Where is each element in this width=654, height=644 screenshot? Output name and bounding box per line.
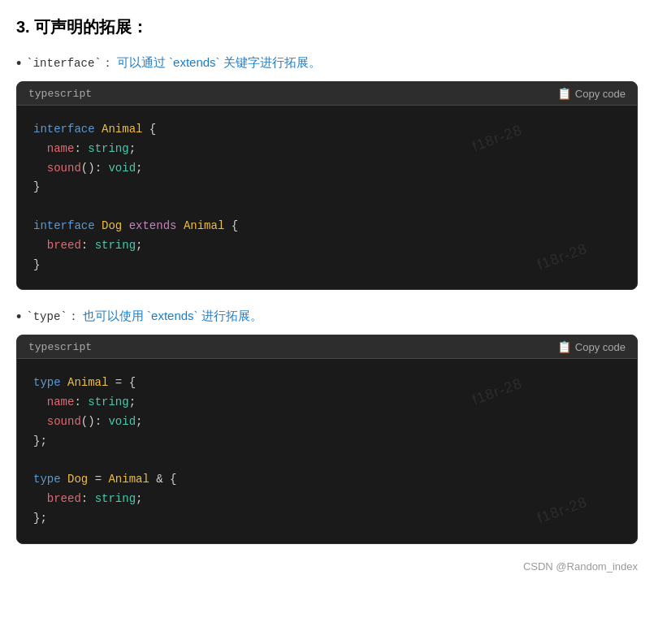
code-line-2-4: };: [33, 432, 621, 452]
bullet1-description: 可以通过 `extends` 关键字进行拓展。: [117, 55, 321, 69]
code-line-1-3: sound(): void;: [33, 159, 621, 179]
copy-label-1: Copy code: [575, 88, 626, 100]
bullet2-code-label: `type`: [26, 310, 67, 323]
copy-label-2: Copy code: [575, 341, 626, 353]
code-block-2: typescript 📋 Copy code f18r-28 f18r-28 t…: [16, 335, 638, 543]
code-line-2-6: type Dog = Animal & {: [33, 470, 621, 490]
code-lang-2: typescript: [28, 341, 92, 353]
section-title: 3. 可声明的拓展：: [16, 16, 638, 38]
copy-icon-1: 📋: [557, 87, 571, 100]
bullet-text-2: `type`： 也可以使用 `extends` 进行拓展。: [26, 306, 262, 326]
code-line-1-7: breed: string;: [33, 236, 621, 256]
bullet-dot-2: •: [16, 306, 21, 328]
code-line-2-5: [33, 452, 621, 471]
code-line-2-3: sound(): void;: [33, 413, 621, 432]
bullet2-colon: ：: [67, 309, 80, 322]
code-body-2: f18r-28 f18r-28 type Animal = { name: st…: [17, 359, 637, 542]
csdn-credit: CSDN @Random_index: [16, 560, 638, 573]
copy-icon-2: 📋: [557, 340, 571, 353]
bullet-item-2: • `type`： 也可以使用 `extends` 进行拓展。: [16, 306, 638, 328]
code-line-1-8: }: [33, 256, 621, 275]
code-lang-1: typescript: [28, 88, 92, 100]
code-line-2-7: breed: string;: [33, 490, 621, 509]
code-header-1: typescript 📋 Copy code: [17, 82, 637, 106]
bullet2-description: 也可以使用 `extends` 进行拓展。: [83, 309, 262, 322]
bullet-text-1: `interface`： 可以通过 `extends` 关键字进行拓展。: [26, 53, 320, 72]
code-line-2-2: name: string;: [33, 393, 621, 413]
bullet-item-1: • `interface`： 可以通过 `extends` 关键字进行拓展。: [16, 53, 638, 75]
bullet1-code-label: `interface`: [26, 57, 101, 70]
code-block-1: typescript 📋 Copy code f18r-28 f18r-28 i…: [16, 81, 638, 290]
code-body-1: f18r-28 f18r-28 interface Animal { name:…: [17, 106, 637, 289]
code-line-1-5: [33, 197, 621, 217]
code-line-2-8: };: [33, 509, 621, 529]
copy-button-2[interactable]: 📋 Copy code: [557, 340, 626, 353]
code-line-1-1: interface Animal {: [33, 120, 621, 140]
code-line-1-2: name: string;: [33, 140, 621, 159]
copy-button-1[interactable]: 📋 Copy code: [557, 87, 626, 100]
code-line-1-4: }: [33, 178, 621, 197]
bullet1-colon: ：: [102, 55, 114, 69]
code-line-2-1: type Animal = {: [33, 374, 621, 393]
code-line-1-6: interface Dog extends Animal {: [33, 217, 621, 236]
bullet-dot-1: •: [16, 53, 21, 75]
code-header-2: typescript 📋 Copy code: [17, 335, 637, 359]
